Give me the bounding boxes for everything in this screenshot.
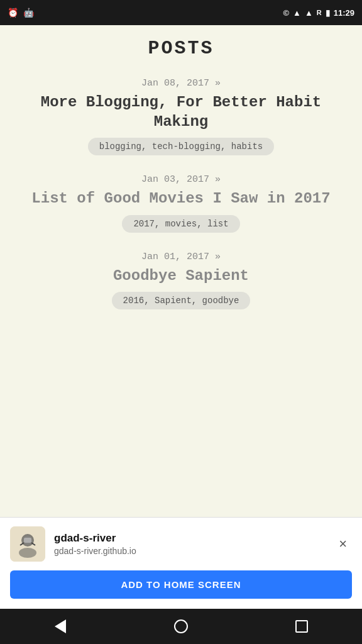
- post-title[interactable]: More Blogging, For Better Habit Making: [19, 92, 343, 131]
- post-item[interactable]: Jan 01, 2017 Goodbye Sapient 2016, Sapie…: [19, 252, 343, 309]
- post-tags[interactable]: blogging, tech-blogging, habits: [88, 138, 274, 155]
- banner-top-row: gdad-s-river gdad-s-river.github.io ×: [10, 526, 352, 562]
- nav-bar: [0, 609, 362, 644]
- r-icon: R: [317, 9, 322, 16]
- time-display: 11:29: [334, 8, 354, 18]
- alarm-icon: ⏰: [8, 8, 18, 18]
- home-icon: [174, 619, 188, 633]
- copyright-icon: ©: [283, 8, 289, 18]
- back-icon: [55, 619, 66, 633]
- main-content: POSTS Jan 08, 2017 More Blogging, For Be…: [0, 25, 362, 517]
- signal-icon: ▲: [305, 8, 313, 18]
- wifi-icon: ▲: [293, 8, 301, 18]
- post-tags[interactable]: 2016, Sapient, goodbye: [112, 292, 251, 309]
- recents-button[interactable]: [283, 614, 321, 639]
- page-title: POSTS: [19, 38, 343, 59]
- post-tags[interactable]: 2017, movies, list: [122, 215, 239, 233]
- svg-point-3: [19, 548, 36, 558]
- post-item[interactable]: Jan 03, 2017 List of Good Movies I Saw i…: [19, 174, 343, 232]
- status-bar-right: © ▲ ▲ R ▮ 11:29: [283, 8, 354, 18]
- post-date: Jan 08, 2017: [19, 78, 343, 89]
- banner-text: gdad-s-river gdad-s-river.github.io: [54, 532, 334, 556]
- home-button[interactable]: [162, 614, 200, 639]
- battery-icon: ▮: [326, 8, 330, 18]
- app-icon: [10, 526, 45, 562]
- post-date: Jan 01, 2017: [19, 252, 343, 262]
- svg-rect-4: [24, 538, 31, 543]
- banner-app-name: gdad-s-river: [54, 532, 334, 545]
- post-item[interactable]: Jan 08, 2017 More Blogging, For Better H…: [19, 78, 343, 155]
- status-bar: ⏰ 🤖 © ▲ ▲ R ▮ 11:29: [0, 0, 362, 25]
- android-icon: 🤖: [23, 8, 34, 18]
- add-to-home-screen-button[interactable]: ADD TO HOME SCREEN: [10, 570, 352, 599]
- post-title[interactable]: List of Good Movies I Saw in 2017: [19, 189, 343, 208]
- recents-icon: [295, 620, 308, 633]
- post-date: Jan 03, 2017: [19, 174, 343, 185]
- add-to-home-banner: gdad-s-river gdad-s-river.github.io × AD…: [0, 517, 362, 609]
- banner-url: gdad-s-river.github.io: [54, 546, 334, 556]
- banner-close-button[interactable]: ×: [334, 533, 352, 555]
- back-button[interactable]: [41, 614, 79, 639]
- status-bar-left: ⏰ 🤖: [8, 8, 34, 18]
- post-title[interactable]: Goodbye Sapient: [19, 266, 343, 286]
